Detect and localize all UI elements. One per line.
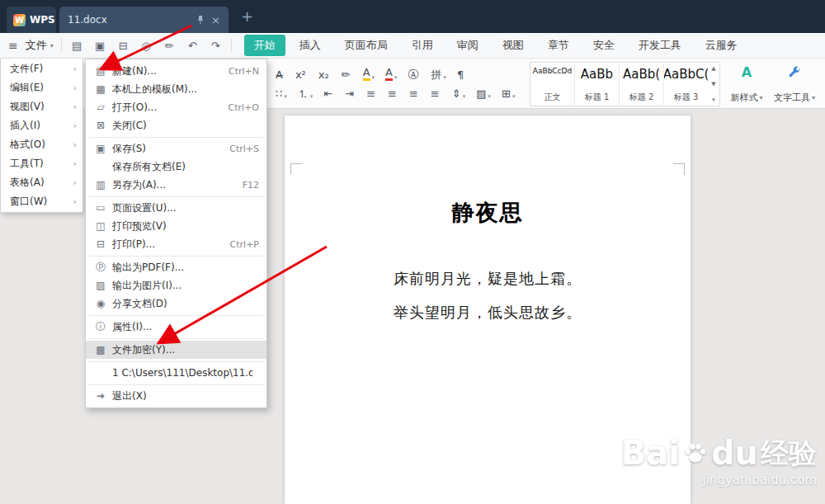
ribbon-tab[interactable]: 安全 (583, 35, 625, 56)
line-spacing-icon[interactable]: ⇕▾ (452, 88, 465, 100)
submenu-exit[interactable]: ➔ 退出(X) (86, 387, 266, 405)
wps-home-tab[interactable]: W WPS (7, 7, 56, 33)
submenu-new[interactable]: ▤ 新建(N)... Ctrl+N (86, 62, 266, 80)
save-icon[interactable]: ▣ (92, 40, 108, 52)
item-icon: ▦ (92, 83, 109, 95)
border-icon[interactable]: ⊞▾ (502, 88, 515, 100)
text-tool-label: 文字工具 (774, 92, 810, 104)
ribbon-tab[interactable]: 开发工具 (629, 35, 691, 56)
gallery-scroll-down-icon[interactable]: ▼ (711, 81, 715, 87)
separator (231, 39, 232, 52)
ribbon-tab[interactable]: 审阅 (447, 35, 488, 56)
menu-item-tools[interactable]: 工具(T) › (1, 154, 82, 173)
file-menu-dropdown: 文件(F) › 编辑(E) › 视图(V) › 插入(I) › 格式(O) › (0, 59, 83, 213)
menu-item-edit[interactable]: 编辑(E) › (1, 78, 82, 97)
submenu-export-pdf[interactable]: Ⓟ 输出为PDF(F)... (86, 258, 266, 276)
align-left-icon[interactable]: ≡ (366, 88, 377, 100)
print-preview-icon[interactable]: ◎ (139, 40, 154, 52)
style-card[interactable]: AaBb( 标题 2 (620, 63, 664, 106)
align-center-icon[interactable]: ≡ (388, 88, 398, 100)
menu-item-file[interactable]: 文件(F) › (1, 59, 82, 78)
style-card[interactable]: AaBbC( 标题 3 (664, 63, 709, 106)
format-painter-icon[interactable]: ✏ (162, 40, 177, 52)
file-menu-button[interactable]: 文件 ▾ (26, 38, 54, 53)
menu-item-format[interactable]: 格式(O) › (1, 135, 82, 154)
submenu-encrypt-file[interactable]: ▩ 文件加密(Y)... (86, 341, 266, 359)
ribbon-tab[interactable]: 章节 (538, 35, 579, 56)
menu-item-table[interactable]: 表格(A) › (1, 173, 82, 192)
strikethrough-icon[interactable]: A̶ (276, 69, 285, 81)
submenu-print[interactable]: ⊟ 打印(P)... Ctrl+P (86, 235, 266, 253)
wps-logo-icon: W (13, 14, 26, 26)
ribbon-tab[interactable]: 引用 (402, 35, 443, 56)
redo-icon[interactable]: ↷ (208, 40, 224, 52)
indent-icon[interactable]: ⇥ (345, 88, 356, 100)
tab-close-icon[interactable]: × (211, 15, 220, 26)
submenu-save[interactable]: ▣ 保存(S) Ctrl+S (86, 139, 266, 158)
new-style-label: 新样式 (730, 92, 757, 104)
submenu-recent-file[interactable]: 1 C:\Users\111\Desktop\11.docx (86, 364, 266, 382)
baidu-paw-icon (682, 440, 709, 466)
number-list-icon[interactable]: ⒈▾ (298, 88, 314, 100)
submenu-save-as[interactable]: ▥ 另存为(A)... F12 (86, 176, 266, 194)
margin-mark-top-left (290, 163, 302, 175)
circle-char-icon[interactable]: Ⓐ (408, 69, 420, 81)
print-icon[interactable]: ⊟ (116, 40, 131, 52)
highlight-color-icon[interactable]: A▾ (363, 67, 375, 81)
text-tool-button[interactable]: 文字工具▾ (769, 63, 820, 106)
outdent-icon[interactable]: ⇤ (323, 88, 334, 100)
style-card[interactable]: AaBbCcDd 正文 (530, 63, 575, 106)
item-icon: ▭ (92, 202, 109, 214)
align-right-icon[interactable]: ≡ (409, 88, 420, 100)
submenu-save-all[interactable]: 保存所有文档(E) (86, 158, 266, 176)
shading-icon[interactable]: ▨▾ (476, 88, 491, 100)
item-icon: ◫ (92, 220, 109, 232)
pin-icon[interactable] (196, 15, 205, 25)
bullet-list-icon[interactable]: ∷▾ (276, 88, 287, 100)
superscript-icon[interactable]: x² (295, 69, 308, 81)
hamburger-icon[interactable]: ≡ (8, 39, 18, 52)
ribbon-tab[interactable]: 插入 (290, 35, 331, 56)
submenu-close[interactable]: ⊠ 关闭(C) (86, 116, 266, 134)
menu-item-view[interactable]: 视图(V) › (1, 97, 82, 116)
new-style-button[interactable]: A 新样式▾ (726, 63, 767, 106)
clear-format-icon[interactable]: ✏ (342, 69, 352, 81)
gallery-more-icon[interactable]: ▾ (712, 97, 715, 103)
ribbon-tab[interactable]: 页面布局 (335, 35, 398, 56)
ribbon-tab[interactable]: 云服务 (695, 35, 747, 56)
menu-item-window[interactable]: 窗口(W) › (1, 192, 82, 211)
item-icon: ⊟ (92, 238, 109, 250)
item-icon: ⓘ (92, 320, 109, 334)
item-icon: ◉ (92, 298, 109, 309)
style-card[interactable]: AaBb 标题 1 (575, 63, 620, 106)
new-doc-icon[interactable]: ▤ (69, 40, 85, 52)
ribbon-tab[interactable]: 视图 (493, 35, 534, 56)
menubar: ≡ 文件 ▾ ▤ ▣ ⊟ ◎ ✏ ↶ ↷ 开始 插入 页面布局 (0, 33, 825, 59)
submenu-share-doc[interactable]: ◉ 分享文档(D) (86, 294, 266, 313)
pinyin-guide-icon[interactable]: 拼▾ (431, 69, 446, 81)
submenu-print-preview[interactable]: ◫ 打印预览(V) (86, 217, 266, 235)
justify-icon[interactable]: ≡ (431, 88, 441, 100)
chevron-right-icon: › (73, 177, 77, 188)
submenu-export-image[interactable]: ▨ 输出为图片(I)... (86, 276, 266, 294)
item-icon: ➔ (92, 390, 109, 402)
document-tab[interactable]: 11.docx × (59, 7, 229, 33)
show-paragraph-mark-icon[interactable]: ¶ (457, 69, 465, 81)
ribbon-tab[interactable]: 开始 (244, 35, 285, 56)
submenu-page-setup[interactable]: ▭ 页面设置(U)... (86, 199, 266, 217)
subscript-icon[interactable]: x₂ (318, 69, 331, 81)
new-tab-button[interactable]: + (241, 9, 253, 24)
gallery-scroll-up-icon[interactable]: ▲ (711, 65, 715, 72)
chevron-right-icon: › (73, 82, 77, 93)
style-gallery: AaBbCcDd 正文 AaBb 标题 1 AaBb( 标题 2 AaBbC( … (530, 62, 710, 106)
baidu-watermark: Bai du 经验 jingyan.baidu.com (621, 436, 817, 488)
chevron-right-icon: › (73, 120, 77, 131)
undo-icon[interactable]: ↶ (185, 40, 200, 52)
menu-item-insert[interactable]: 插入(I) › (1, 116, 82, 135)
document-tab-label: 11.docx (68, 14, 107, 26)
submenu-properties[interactable]: ⓘ 属性(I)... (86, 318, 266, 336)
font-color-icon[interactable]: A▾ (385, 67, 397, 81)
submenu-local-template[interactable]: ▦ 本机上的模板(M)... (86, 80, 266, 98)
submenu-open[interactable]: ▱ 打开(O)... Ctrl+O (86, 98, 266, 116)
poem-title: 静夜思 (285, 198, 691, 228)
